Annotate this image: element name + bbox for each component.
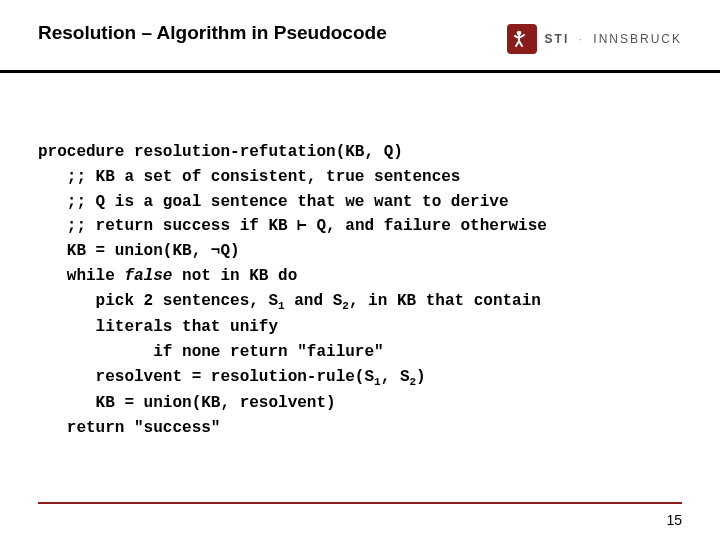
header-divider: [0, 70, 720, 73]
code-line: ;; return success if KB ⊢ Q, and failure…: [38, 217, 547, 235]
pseudocode-block: procedure resolution-refutation(KB, Q) ;…: [38, 140, 682, 440]
logo-brand: STI: [545, 32, 570, 46]
logo-subtext: INNSBRUCK: [593, 32, 682, 46]
code-line: while false not in KB do: [38, 267, 297, 285]
code-line: KB = union(KB, ¬Q): [38, 242, 240, 260]
logo-text: STI · INNSBRUCK: [545, 32, 682, 46]
logo-icon: [507, 24, 537, 54]
brand-logo: STI · INNSBRUCK: [507, 24, 682, 54]
code-line: procedure resolution-refutation(KB, Q): [38, 143, 403, 161]
code-line: return "success": [38, 419, 220, 437]
code-line: ;; Q is a goal sentence that we want to …: [38, 193, 508, 211]
code-line: literals that unify: [38, 318, 278, 336]
logo-separator: ·: [579, 32, 584, 46]
code-line: KB = union(KB, resolvent): [38, 394, 336, 412]
code-line: if none return "failure": [38, 343, 384, 361]
page-number: 15: [666, 512, 682, 528]
slide: Resolution – Algorithm in Pseudocode STI…: [0, 0, 720, 540]
svg-point-0: [516, 31, 521, 36]
code-line: pick 2 sentences, S1 and S2, in KB that …: [38, 292, 541, 310]
code-line: resolvent = resolution-rule(S1, S2): [38, 368, 426, 386]
footer-divider: [38, 502, 682, 504]
code-line: ;; KB a set of consistent, true sentence…: [38, 168, 460, 186]
